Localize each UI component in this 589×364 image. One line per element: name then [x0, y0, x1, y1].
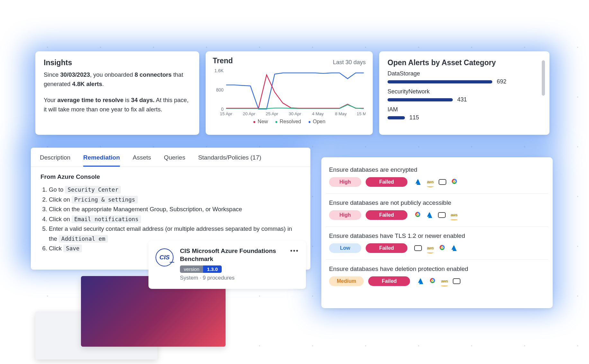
azure-icon [416, 277, 425, 285]
alert-category-label: IAM [388, 106, 537, 113]
aws-icon: aws [426, 244, 434, 252]
alibaba-icon [438, 211, 446, 219]
scrollbar[interactable] [542, 60, 545, 96]
remediation-step: Click on Email notifications [49, 214, 301, 224]
code-token: Email notifications [72, 215, 141, 223]
alert-category-bar [388, 116, 405, 119]
svg-text:15 May: 15 May [357, 111, 366, 116]
alert-category-label: DataStorage [388, 70, 537, 77]
alibaba-icon [414, 244, 422, 252]
findings-list: Ensure databases are encrypted High Fail… [321, 157, 553, 308]
finding-item[interactable]: Ensure databases are encrypted High Fail… [326, 160, 548, 194]
tab-standards-policies-[interactable]: Standards/Policies (17) [198, 154, 261, 167]
svg-text:800: 800 [216, 87, 224, 92]
cis-benchmark-card[interactable]: CIS CIS Microsoft Azure Foundations Benc… [148, 241, 306, 289]
cis-meta: System · 9 procedures [180, 275, 299, 281]
code-token: Pricing & settings [72, 196, 138, 204]
remediation-step: Go to Security Center [49, 185, 301, 195]
alert-category-bar [388, 98, 453, 101]
svg-text:1.6K: 1.6K [214, 68, 224, 73]
tab-assets[interactable]: Assets [133, 154, 151, 167]
alert-category-value: 692 [497, 78, 506, 85]
alibaba-icon [438, 178, 447, 186]
trend-chart[interactable]: 08001.6K15 Apr20 Apr25 Apr30 Apr4 May8 M… [213, 68, 366, 118]
aws-icon: aws [426, 178, 434, 186]
alert-category-row[interactable]: SecurityNetwork 431 [388, 88, 537, 103]
alert-category-row[interactable]: DataStorage 692 [388, 70, 537, 85]
code-token: Save [63, 245, 82, 252]
svg-point-10 [454, 181, 455, 182]
more-menu-icon[interactable]: ••• [290, 247, 299, 255]
svg-text:25 Apr: 25 Apr [266, 111, 278, 116]
finding-title: Ensure databases are not publicly access… [329, 199, 545, 206]
remediation-step: Click on Pricing & settings [49, 195, 301, 205]
code-token: Additional em [59, 235, 108, 243]
svg-text:4 May: 4 May [312, 111, 324, 116]
provider-icons: aws [414, 178, 458, 186]
gcp-icon [429, 277, 436, 284]
trend-range: Last 30 days [333, 59, 366, 66]
insights-card: Insights Since 30/03/2023, you onboarded… [35, 51, 199, 135]
alibaba-icon [452, 277, 461, 285]
status-badge: Failed [366, 177, 407, 187]
finding-title: Ensure databases have deletion protectio… [329, 265, 545, 273]
status-badge: Failed [366, 210, 407, 220]
svg-text:20 Apr: 20 Apr [243, 111, 255, 116]
finding-item[interactable]: Ensure databases are not publicly access… [326, 194, 548, 227]
svg-text:8 May: 8 May [335, 111, 347, 116]
azure-icon [414, 178, 422, 186]
svg-point-12 [442, 247, 443, 248]
legend-resolved: Resolved [275, 119, 301, 125]
svg-point-11 [417, 214, 418, 215]
aws-icon: aws [440, 277, 449, 285]
tab-queries[interactable]: Queries [164, 154, 185, 167]
alert-category-bar [388, 80, 492, 83]
trend-title: Trend [213, 56, 233, 65]
severity-badge: Low [329, 243, 361, 253]
svg-text:0: 0 [221, 107, 224, 112]
finding-item[interactable]: Ensure databases have TLS 1.2 or newer e… [326, 227, 548, 260]
gcp-icon [414, 211, 422, 218]
status-badge: Failed [366, 243, 407, 253]
cis-version-badge: version 1.3.0 [180, 265, 222, 273]
finding-title: Ensure databases have TLS 1.2 or newer e… [329, 232, 545, 239]
legend-new: New [253, 119, 268, 125]
tab-remediation[interactable]: Remediation [83, 154, 120, 167]
finding-item[interactable]: Ensure databases have deletion protectio… [326, 260, 548, 292]
insights-title: Insights [44, 58, 191, 67]
gcp-icon [451, 178, 458, 185]
alert-category-label: SecurityNetwork [388, 88, 537, 95]
tab-description[interactable]: Description [40, 154, 70, 167]
severity-badge: High [329, 177, 361, 187]
insights-line-1: Since 30/03/2023, you onboarded 8 connec… [44, 70, 191, 89]
severity-badge: High [329, 210, 361, 220]
open-alerts-title: Open Alerts by Asset Category [388, 58, 537, 67]
svg-point-13 [432, 280, 433, 281]
provider-icons: aws [414, 211, 458, 219]
alert-category-value: 115 [409, 114, 419, 121]
open-alerts-card: Open Alerts by Asset Category DataStorag… [379, 51, 549, 135]
alert-category-row[interactable]: IAM 115 [388, 106, 537, 121]
aws-icon: aws [450, 211, 458, 219]
severity-badge: Medium [329, 276, 364, 286]
alert-category-value: 431 [457, 96, 467, 103]
remediation-tabs: DescriptionRemediationAssetsQueriesStand… [31, 148, 310, 167]
remediation-step: Click on the appropriate Management Grou… [49, 204, 301, 214]
svg-text:30 Apr: 30 Apr [289, 111, 301, 116]
provider-icons: aws [414, 244, 458, 252]
azure-icon [425, 211, 434, 219]
legend-open: Open [308, 119, 326, 125]
provider-icons: aws [416, 277, 461, 285]
status-badge: Failed [368, 276, 410, 286]
remediation-heading: From Azure Console [40, 173, 301, 180]
cis-title: CIS Microsoft Azure Foundations Benchmar… [180, 247, 299, 263]
trend-card: Trend Last 30 days 08001.6K15 Apr20 Apr2… [206, 51, 373, 135]
trend-legend: New Resolved Open [213, 119, 366, 125]
finding-title: Ensure databases are encrypted [329, 166, 545, 173]
insights-line-2: Your average time to resolve is 34 days.… [44, 96, 191, 114]
svg-text:15 Apr: 15 Apr [220, 111, 232, 116]
gcp-icon [438, 244, 446, 251]
code-token: Security Center [65, 186, 121, 194]
azure-icon [450, 244, 458, 252]
cis-logo-icon: CIS [156, 248, 174, 266]
